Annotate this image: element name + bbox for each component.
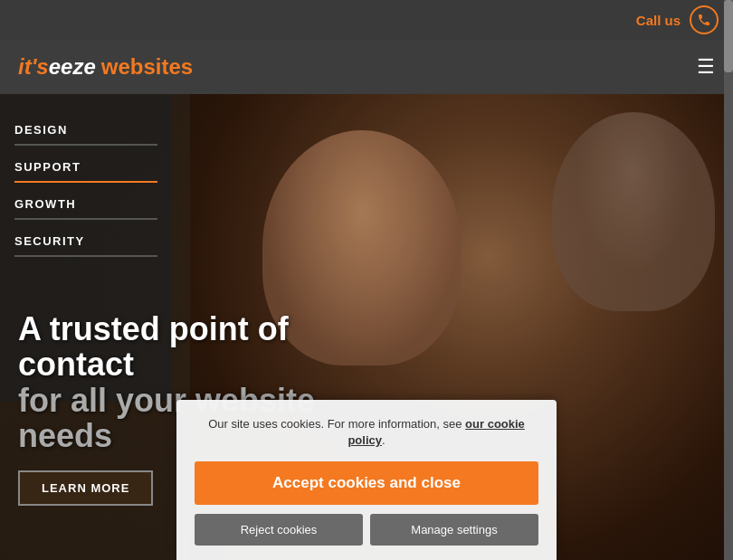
scrollbar[interactable] (724, 0, 733, 560)
manage-settings-button[interactable]: Manage settings (370, 514, 538, 546)
hamburger-menu[interactable]: ☰ (697, 57, 715, 77)
cookie-message: Our site uses cookies. For more informat… (195, 416, 538, 449)
logo-websites: websites (101, 54, 193, 80)
learn-more-button[interactable]: LEARN MORE (18, 470, 153, 506)
call-us-link[interactable]: Call us (636, 13, 681, 28)
logo-its: it's (18, 54, 49, 80)
accept-cookies-button[interactable]: Accept cookies and close (195, 461, 538, 505)
nav-item-support[interactable]: SUPPORT (14, 149, 157, 183)
cookie-policy-suffix: . (382, 433, 386, 447)
hero-heading-line1: A trusted point of contact (18, 310, 289, 384)
reject-cookies-button[interactable]: Reject cookies (195, 514, 363, 546)
header: it'seeze websites ☰ (0, 40, 733, 94)
logo-seeze: eeze (49, 54, 96, 80)
cookie-message-text: Our site uses cookies. For more informat… (208, 417, 465, 431)
hero-section: DESIGN SUPPORT GROWTH SECURITY A trusted… (0, 94, 733, 560)
hero-heading-line3: needs (18, 417, 112, 454)
nav-item-growth[interactable]: GROWTH (14, 186, 157, 220)
scrollbar-thumb[interactable] (724, 0, 733, 72)
phone-icon[interactable] (690, 5, 719, 34)
phone-svg (697, 13, 711, 27)
cookie-banner: Our site uses cookies. For more informat… (176, 400, 557, 560)
nav-item-security[interactable]: SECURITY (14, 223, 157, 257)
logo[interactable]: it'seeze websites (18, 54, 193, 80)
nav-item-design[interactable]: DESIGN (14, 112, 157, 146)
top-bar: Call us (0, 0, 733, 40)
cookie-secondary-actions: Reject cookies Manage settings (195, 514, 538, 546)
